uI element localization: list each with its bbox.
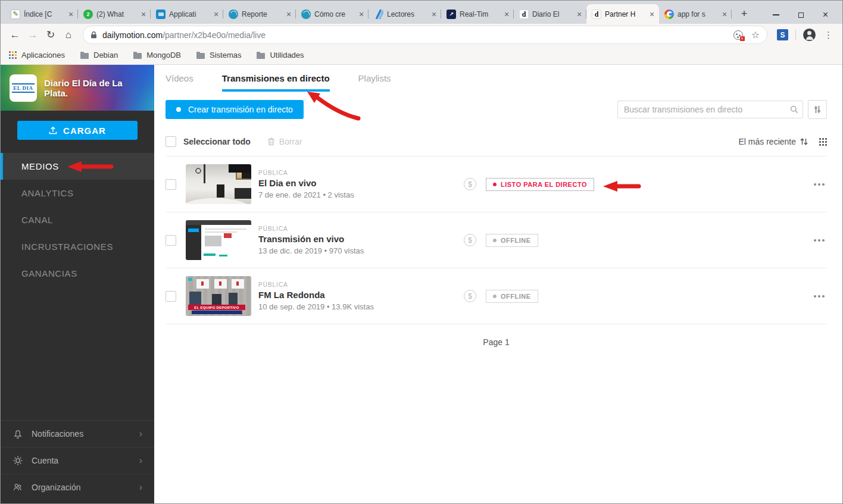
- browser-tab-8[interactable]: Diario El ×: [514, 4, 586, 24]
- trash-icon: [267, 137, 275, 146]
- search-box: [617, 101, 803, 118]
- bookmark-label: Debian: [93, 51, 118, 60]
- browser-tab-1[interactable]: Índice [C ×: [5, 4, 78, 24]
- video-thumbnail[interactable]: [186, 164, 251, 204]
- video-title[interactable]: Transmisión en vivo: [258, 234, 464, 244]
- profile-avatar[interactable]: [803, 29, 816, 41]
- tab-strip: Índice [C × 2 (2) What × Applicati × Rep…: [1, 1, 842, 24]
- grid-view-icon[interactable]: [819, 138, 827, 146]
- sidebar-item-notificaciones[interactable]: Notificaciones ›: [1, 420, 154, 447]
- sort-button[interactable]: El más reciente: [739, 137, 808, 146]
- bookmark-folder-mongodb[interactable]: MongoDB: [133, 51, 181, 60]
- home-button[interactable]: ⌂: [60, 27, 77, 43]
- address-bar[interactable]: dailymotion.com/partner/x2b4e0o/media/li…: [83, 26, 767, 44]
- sidebar-footer-label: Organización: [32, 483, 81, 492]
- upload-icon: [49, 126, 57, 134]
- address-bar-icons: × ☆: [733, 30, 760, 40]
- folder-icon: [80, 53, 89, 59]
- filter-button[interactable]: [808, 100, 827, 119]
- browser-tab-3[interactable]: Applicati ×: [151, 4, 223, 24]
- reload-button[interactable]: ↻: [42, 27, 59, 43]
- tab-close-icon[interactable]: ×: [575, 10, 583, 19]
- tab-close-icon[interactable]: ×: [357, 10, 366, 19]
- create-live-button[interactable]: Crear transmisión en directo: [166, 100, 304, 119]
- back-button[interactable]: ←: [7, 27, 23, 43]
- forward-button[interactable]: →: [24, 27, 41, 43]
- bookmark-star-icon[interactable]: ☆: [751, 30, 760, 40]
- bookmark-label: Aplicaciones: [21, 51, 65, 60]
- tab-close-icon[interactable]: ×: [139, 10, 148, 19]
- sidebar-footer-label: Notificaciones: [32, 429, 83, 439]
- tab-title: Applicati: [169, 10, 208, 18]
- more-options-button[interactable]: [811, 290, 827, 302]
- notes-icon: [11, 10, 20, 19]
- visibility-label: PÚBLICA: [258, 170, 464, 176]
- new-tab-button[interactable]: +: [736, 6, 752, 21]
- more-options-button[interactable]: [811, 179, 827, 190]
- search-input[interactable]: [617, 101, 803, 118]
- tab-videos[interactable]: Vídeos: [166, 73, 193, 92]
- tab-close-icon[interactable]: ×: [430, 10, 438, 19]
- minimize-button[interactable]: [773, 14, 779, 15]
- live-dot-icon: [176, 107, 181, 112]
- maximize-button[interactable]: [798, 12, 804, 18]
- tab-title: Reporte: [242, 10, 281, 18]
- sidebar-item-incrustraciones[interactable]: INCRUSTRACIONES: [1, 233, 154, 260]
- video-title[interactable]: FM La Redonda: [258, 290, 464, 300]
- bell-icon: [13, 428, 23, 439]
- row-checkbox[interactable]: [166, 179, 176, 190]
- tab-close-icon[interactable]: ×: [67, 10, 75, 19]
- tab-close-icon[interactable]: ×: [285, 10, 293, 19]
- video-thumbnail[interactable]: [186, 220, 251, 260]
- browser-tab-6[interactable]: Lectores ×: [369, 4, 441, 24]
- row-checkbox[interactable]: [166, 235, 176, 246]
- dailymotion-icon: [592, 10, 601, 19]
- browser-tab-5[interactable]: Cómo cre ×: [296, 4, 369, 24]
- chevron-right-icon: ›: [139, 428, 142, 439]
- row-checkbox[interactable]: [166, 291, 176, 302]
- sidebar-item-ganancias[interactable]: GANANCIAS: [1, 260, 154, 287]
- tab-transmisiones-en-directo[interactable]: Transmisiones en directo: [222, 73, 330, 92]
- sidebar-item-canal[interactable]: CANAL: [1, 206, 154, 233]
- monetization-icon: $: [464, 234, 476, 246]
- browser-tab-9-active[interactable]: Partner H ×: [586, 4, 659, 24]
- web-globe-icon: [301, 10, 311, 19]
- tab-playlists[interactable]: Playlists: [358, 73, 391, 92]
- bookmark-folder-sistemas[interactable]: Sistemas: [196, 51, 241, 60]
- browser-menu-icon[interactable]: ⋮: [820, 30, 836, 40]
- sidebar-item-cuenta[interactable]: Cuenta ›: [1, 447, 154, 474]
- url-text: dailymotion.com/partner/x2b4e0o/media/li…: [102, 30, 266, 40]
- browser-tab-7[interactable]: Real-Tim ×: [441, 4, 514, 24]
- window-close-button[interactable]: ×: [823, 12, 828, 18]
- tab-close-icon[interactable]: ×: [502, 10, 511, 19]
- bookmark-folder-debian[interactable]: Debian: [80, 51, 118, 60]
- tab-title: Lectores: [387, 10, 426, 18]
- url-host: dailymotion.com: [102, 30, 163, 40]
- cookie-blocked-icon[interactable]: ×: [733, 30, 743, 40]
- list-tools: El más reciente: [739, 137, 827, 146]
- bookmark-apps[interactable]: Aplicaciones: [9, 51, 65, 60]
- sidebar-item-organizacion[interactable]: Organización ›: [1, 474, 154, 500]
- create-live-button-label: Crear transmisión en directo: [188, 105, 293, 114]
- bookmark-folder-utilidades[interactable]: Utilidades: [257, 51, 304, 60]
- sidebar-item-medios[interactable]: MEDIOS: [1, 153, 154, 180]
- google-icon: [664, 10, 674, 19]
- tab-close-icon[interactable]: ×: [720, 10, 729, 19]
- tab-title: Real-Tim: [460, 10, 499, 18]
- bookmark-label: MongoDB: [146, 51, 181, 60]
- extension-icon[interactable]: S: [777, 29, 788, 40]
- tab-close-icon[interactable]: ×: [212, 10, 220, 19]
- browser-tab-10[interactable]: app for s ×: [659, 4, 732, 24]
- browser-tab-2[interactable]: 2 (2) What ×: [78, 4, 151, 24]
- video-title[interactable]: El Dia en vivo: [258, 178, 464, 188]
- upload-button[interactable]: CARGAR: [17, 121, 138, 140]
- tab-close-icon[interactable]: ×: [648, 10, 656, 19]
- sidebar-item-analytics[interactable]: ANALYTICS: [1, 180, 154, 206]
- more-options-button[interactable]: [811, 234, 827, 246]
- upload-button-label: CARGAR: [63, 126, 106, 136]
- gear-icon: [13, 455, 23, 466]
- video-thumbnail[interactable]: EL EQUIPO DEPORTIVO: [186, 276, 251, 316]
- delete-button[interactable]: Borrar: [267, 137, 302, 146]
- select-all-checkbox[interactable]: [166, 136, 176, 147]
- browser-tab-4[interactable]: Reporte ×: [223, 4, 296, 24]
